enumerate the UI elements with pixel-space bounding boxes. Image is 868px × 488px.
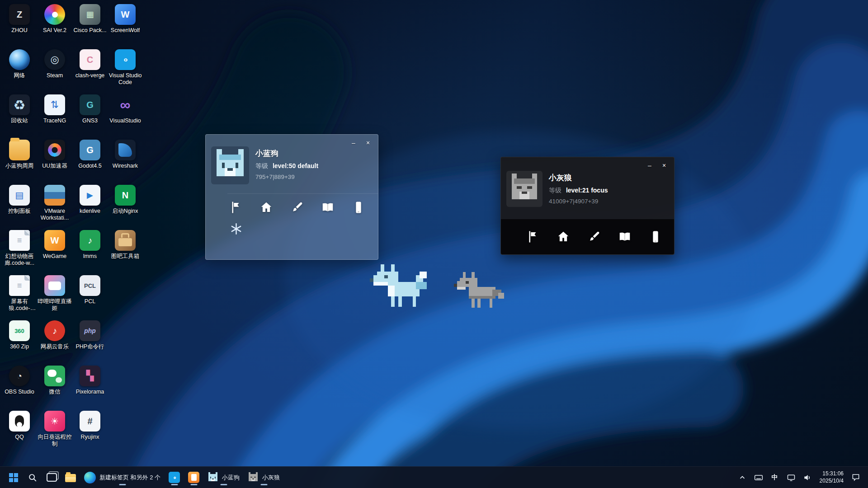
desktop-icon[interactable]: Steam bbox=[37, 48, 72, 93]
book-action-button[interactable] bbox=[617, 229, 633, 245]
cast-display-button[interactable] bbox=[783, 469, 799, 487]
desktop-icon[interactable]: WeGame bbox=[37, 229, 72, 274]
windows-logo-icon bbox=[9, 473, 13, 477]
home-action-button[interactable] bbox=[258, 199, 274, 216]
search-button[interactable] bbox=[24, 469, 42, 487]
volume-button[interactable] bbox=[800, 469, 815, 487]
touch-keyboard-icon bbox=[754, 473, 763, 482]
desktop-icon-label: PCL bbox=[85, 298, 95, 305]
desktop-icon-image bbox=[9, 411, 30, 432]
phone-action-button[interactable] bbox=[647, 229, 664, 245]
notification-center-button[interactable] bbox=[848, 469, 863, 487]
desktop-icon[interactable]: 网络 bbox=[2, 48, 37, 93]
desktop-pet-grey-wolf[interactable] bbox=[454, 272, 507, 315]
close-button[interactable]: × bbox=[658, 160, 670, 171]
desktop-icon[interactable]: 屏幕有狼.code-wor... bbox=[2, 274, 37, 319]
desktop-icon[interactable]: lmms bbox=[72, 229, 108, 274]
desktop-icon[interactable]: 网易云音乐 bbox=[37, 319, 72, 364]
desktop-pet-blue-dog[interactable] bbox=[370, 264, 434, 316]
flag-action-button[interactable] bbox=[524, 229, 541, 245]
desktop-icon-label: SAI Ver.2 bbox=[43, 27, 66, 34]
desktop-icon-label: 小蓝狗周周 bbox=[5, 163, 34, 169]
ime-indicator[interactable]: 中 bbox=[767, 469, 783, 487]
desktop-icon[interactable]: Pixelorama bbox=[72, 364, 108, 409]
desktop-icon[interactable]: QQ bbox=[2, 409, 37, 455]
desktop-icon-image bbox=[9, 230, 30, 251]
start-button[interactable] bbox=[5, 469, 23, 487]
search-icon bbox=[28, 473, 38, 483]
desktop-icon[interactable]: Wireshark bbox=[108, 138, 143, 183]
desktop-icon-image bbox=[44, 4, 65, 25]
pet-app-button-grey-wolf[interactable]: 小灰狼 bbox=[244, 469, 283, 487]
desktop-icon[interactable]: 控制面板 bbox=[2, 183, 37, 229]
desktop-icon[interactable]: 哔哩哔哩直播姬 bbox=[37, 274, 72, 319]
desktop-icon[interactable]: 360 Zip bbox=[2, 319, 37, 364]
desktop-icon-image bbox=[9, 275, 30, 296]
desktop-icon[interactable]: Visual Studio Code bbox=[108, 48, 143, 93]
desktop-icon[interactable]: TraceNG bbox=[37, 93, 72, 138]
desktop-icon-image bbox=[44, 230, 65, 251]
desktop-icon-image bbox=[44, 275, 65, 296]
desktop-icon[interactable]: Cisco Pack... bbox=[72, 3, 108, 48]
level-label: 等级 bbox=[255, 162, 268, 169]
vscode-taskbar-button[interactable] bbox=[165, 469, 184, 487]
brush-action-button[interactable] bbox=[289, 199, 305, 216]
minimize-button[interactable]: – bbox=[643, 160, 656, 171]
task-view-button[interactable] bbox=[42, 469, 61, 487]
pet-avatar-grey-wolf bbox=[506, 171, 542, 207]
grey-wolf-sprite bbox=[454, 272, 507, 314]
desktop-icon-label: 幻想动物画廊.code-w... bbox=[2, 253, 37, 267]
window-controls: – × bbox=[347, 137, 374, 148]
desktop-icon-label: 微信 bbox=[49, 389, 61, 395]
flag-action-button[interactable] bbox=[227, 199, 244, 216]
desktop-icon[interactable]: 幻想动物画廊.code-w... bbox=[2, 229, 37, 274]
orange-app-taskbar-button[interactable] bbox=[184, 469, 203, 487]
minimize-button[interactable]: – bbox=[347, 137, 360, 148]
desktop-icon[interactable]: kdenlive bbox=[72, 183, 108, 229]
taskbar-clock[interactable]: 15:31:06 2025/10/4 bbox=[816, 469, 847, 487]
book-action-button[interactable] bbox=[320, 199, 336, 216]
desktop-icon[interactable]: 向日葵远程控制 bbox=[37, 409, 72, 455]
desktop-icon[interactable]: UU加速器 bbox=[37, 138, 72, 183]
pet-window-blue-dog: – × 小蓝狗 等级 level:50 default 795+7|889+39 bbox=[205, 134, 378, 260]
desktop-icon[interactable]: OBS Studio bbox=[2, 364, 37, 409]
touch-keyboard-button[interactable] bbox=[751, 469, 766, 487]
taskbar-app-area: 新建标签页 和另外 2 个 小蓝狗 小灰狼 bbox=[5, 469, 283, 487]
desktop-icon[interactable]: Ryujinx bbox=[72, 409, 108, 455]
desktop-icon-image bbox=[44, 185, 65, 206]
desktop-icon[interactable]: clash-verge bbox=[72, 48, 108, 93]
desktop-icon[interactable]: SAI Ver.2 bbox=[37, 3, 72, 48]
desktop-icon[interactable]: PHP命令行 bbox=[72, 319, 108, 364]
pet-action-toolbar bbox=[227, 193, 378, 216]
grey-wolf-avatar-sprite bbox=[509, 174, 540, 204]
hidden-icons-chevron[interactable] bbox=[735, 469, 750, 487]
tray-time: 15:31:06 bbox=[822, 470, 844, 478]
desktop-icon[interactable]: 小蓝狗周周 bbox=[2, 138, 37, 183]
desktop-icon[interactable]: GNS3 bbox=[72, 93, 108, 138]
snowflake-buff-icon[interactable] bbox=[229, 222, 243, 235]
desktop-icon[interactable]: 回收站 bbox=[2, 93, 37, 138]
home-action-button[interactable] bbox=[555, 229, 571, 245]
desktop-icon[interactable]: ScreenWolf bbox=[108, 3, 143, 48]
desktop-icon-image bbox=[44, 94, 65, 115]
close-button[interactable]: × bbox=[362, 137, 374, 148]
pet-buff-row bbox=[229, 222, 378, 237]
desktop-icon[interactable]: Godot4.5 bbox=[72, 138, 108, 183]
desktop-icon-label: Godot4.5 bbox=[78, 163, 101, 169]
phone-action-button[interactable] bbox=[350, 199, 367, 216]
desktop-icon[interactable]: 图吧工具箱 bbox=[108, 229, 143, 274]
file-explorer-icon bbox=[65, 474, 76, 482]
desktop-icon[interactable]: VisualStudio bbox=[108, 93, 143, 138]
desktop-icon[interactable]: PCL bbox=[72, 274, 108, 319]
file-explorer-button[interactable] bbox=[61, 469, 80, 487]
brush-action-button[interactable] bbox=[586, 229, 602, 245]
desktop-icon[interactable]: VMware Workstati... bbox=[37, 183, 72, 229]
desktop-icon[interactable]: 微信 bbox=[37, 364, 72, 409]
speaker-icon bbox=[803, 473, 812, 482]
desktop-icon-image bbox=[9, 94, 30, 115]
desktop-icon[interactable]: 启动Nginx bbox=[108, 183, 143, 229]
desktop-icon[interactable]: ZHOU bbox=[2, 3, 37, 48]
vscode-icon bbox=[169, 472, 180, 483]
edge-tabs-button[interactable]: 新建标签页 和另外 2 个 bbox=[80, 469, 164, 487]
pet-app-button-blue-dog[interactable]: 小蓝狗 bbox=[204, 469, 243, 487]
